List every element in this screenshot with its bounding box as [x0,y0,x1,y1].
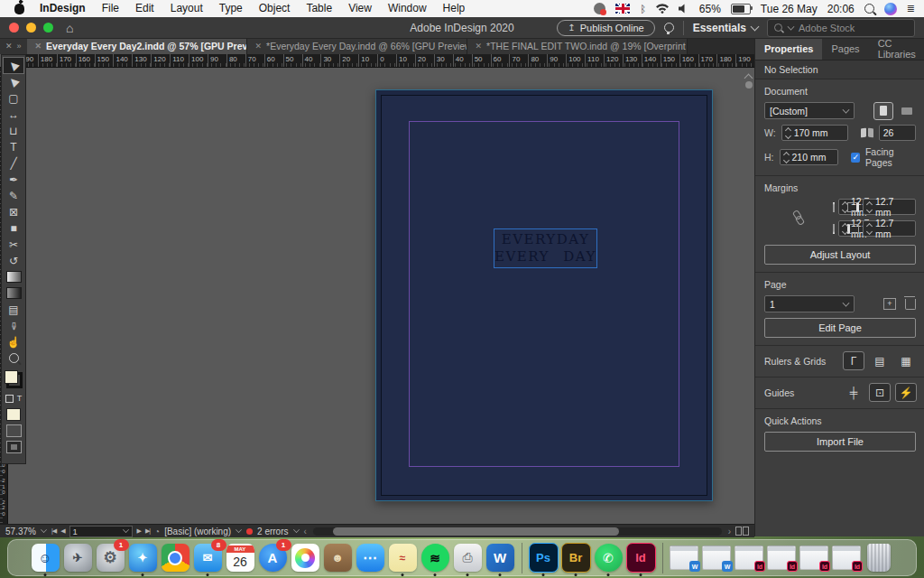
stepper-arrows[interactable] [784,153,789,163]
chevron-down-icon[interactable] [293,527,300,533]
eyedropper-tool[interactable]: ✑ [4,318,23,333]
document-tab-1[interactable]: ✕Everyday Every Day2.indd @ 57% [GPU Pre… [27,38,247,54]
next-page-button[interactable]: ▶ [137,527,141,535]
close-icon[interactable]: ✕ [5,42,13,51]
zoom-level[interactable]: 57.37% [5,527,36,536]
title-text-frame[interactable]: EVERYDAY EVERY DAY [494,228,597,268]
menu-file[interactable]: File [94,0,127,17]
vertical-scroll-thumb[interactable] [745,81,753,89]
zoom-tool[interactable] [4,350,23,366]
doc-thumb-indesign-3[interactable]: Id [799,543,829,573]
fill-stroke-swatch[interactable] [4,367,23,388]
document-page[interactable]: EVERYDAY EVERY DAY [381,95,707,496]
direct-selection-tool[interactable]: ▶ [4,74,23,89]
menu-layout[interactable]: Layout [162,0,211,17]
lock-guides-button[interactable]: ⊡ [870,384,890,401]
window-zoom-button[interactable] [43,23,53,33]
word[interactable]: W [485,543,515,573]
preflight-profile[interactable]: [Basic] (working) [164,527,231,536]
bridge[interactable]: Br [561,543,591,573]
document-tab-2[interactable]: ✕*Everyday Every Day.indd @ 66% [GPU Pre… [247,38,467,54]
current-page-select[interactable]: 1 [764,295,855,312]
note-tool[interactable]: ▤ [4,302,23,317]
workspace-switcher[interactable]: Essentials [693,22,758,34]
menu-view[interactable]: View [340,0,380,17]
previous-page-button[interactable]: ◀ [60,527,64,535]
app-store[interactable]: A1 [258,543,288,573]
doc-thumb-indesign-4[interactable]: Id [832,543,862,573]
frame-tool[interactable]: ⊠ [4,204,23,219]
landscape-orientation-button[interactable] [898,103,916,119]
menu-edit[interactable]: Edit [127,0,162,17]
indesign[interactable]: Id [626,543,656,573]
last-page-button[interactable]: ▶| [145,527,150,535]
close-icon[interactable]: ✕ [255,42,263,51]
rectangle-tool[interactable]: ■ [4,220,23,236]
safari[interactable]: ✦ [128,543,158,573]
gap-tool[interactable]: ↔ [4,107,23,122]
tab-properties[interactable]: Properties [755,38,822,60]
menu-indesign[interactable]: InDesign [32,0,94,17]
document-tab-3[interactable]: ✕*THE FINAL EDIT TWO.indd @ 19% [Overpri… [467,38,688,54]
gradient-feather-tool[interactable] [4,285,23,301]
volume-icon[interactable] [679,4,689,14]
photos[interactable] [291,543,320,573]
menu-help[interactable]: Help [435,0,474,17]
document-grid-button[interactable]: ▦ [896,352,916,369]
fill-swatch[interactable] [5,370,18,384]
siri-icon[interactable] [884,3,897,15]
spotlight-search-icon[interactable] [864,4,874,14]
hand-tool[interactable]: ☝ [4,334,23,350]
vertical-scrollbar[interactable] [745,69,753,520]
show-rulers-button[interactable]: Γ [844,352,864,369]
doc-thumb-indesign-2[interactable]: Id [767,543,797,573]
container-toggle-icon[interactable] [5,395,14,403]
apply-color-swatch[interactable] [4,406,23,421]
split-view-icon[interactable] [735,527,749,536]
notification-center-icon[interactable]: ≣ [907,3,915,14]
wifi-icon[interactable] [656,4,669,14]
height-field[interactable]: 210 mm [780,149,839,165]
pen-tool[interactable]: ✒ [4,172,23,187]
doc-thumb-indesign-1[interactable]: Id [735,543,764,573]
link-margins-icon[interactable] [794,210,803,225]
apple-menu-icon[interactable] [14,4,24,14]
pencil-tool[interactable]: ✎ [4,188,23,203]
horizontal-scrollbar[interactable] [313,527,722,536]
calendar[interactable]: MAY26 [226,543,255,573]
tabbar-controls[interactable]: ✕ » [0,38,27,54]
stepper-arrows[interactable] [786,128,790,138]
messages[interactable]: ⋯ [356,543,385,573]
mail[interactable]: ✉8 [193,543,223,573]
spotify[interactable]: ≋ [420,543,450,573]
margin-inside-field[interactable]: 12.7 mm [847,220,916,237]
delete-page-icon[interactable] [905,299,916,310]
learn-lightbulb-icon[interactable] [664,23,674,33]
screen-recording-icon[interactable] [594,3,605,14]
page-number-field[interactable]: 1 [69,526,133,537]
zoom-chevron-icon[interactable] [41,527,47,533]
show-guides-button[interactable]: ╪ [844,384,864,401]
trash[interactable] [864,543,894,573]
doc-thumb-word-1[interactable]: W [670,543,699,573]
doc-thumb-word-2[interactable]: W [702,543,732,573]
window-minimize-button[interactable] [26,23,36,33]
width-field[interactable]: 170 mm [781,125,848,141]
free-transform-tool[interactable]: ↺ [4,253,23,268]
canvas-pasteboard[interactable]: 190200210220 EVERYDAY EVERY DAY [0,67,754,524]
bluetooth-icon[interactable]: ᛒ [640,4,646,14]
window-close-button[interactable] [9,23,19,33]
content-collector-tool[interactable]: ⊔ [4,123,23,138]
whatsapp[interactable]: ✆ [594,543,624,573]
scissors-tool[interactable]: ✂ [4,237,23,252]
error-count[interactable]: 2 errors [257,527,288,536]
close-icon[interactable]: ✕ [476,42,483,51]
document-preset-select[interactable]: [Custom] [764,102,855,119]
preflight-icon[interactable]: ◔ [154,527,160,536]
stickies[interactable]: ≈ [388,543,418,573]
formatting-affects-toggle[interactable]: T [4,389,23,405]
preview-mode-button[interactable] [4,438,23,453]
first-page-button[interactable]: |◀ [51,527,56,535]
close-icon[interactable]: ✕ [35,42,42,51]
facing-pages-checkbox[interactable]: ✓ [851,153,860,163]
